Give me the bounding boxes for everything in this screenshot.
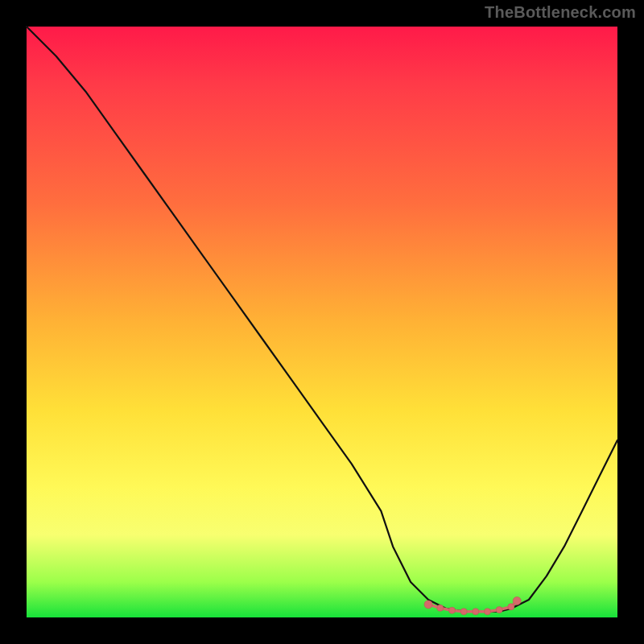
optimal-marker: [460, 609, 467, 615]
chart-frame: TheBottleneck.com: [0, 0, 644, 644]
watermark-text: TheBottleneck.com: [485, 3, 636, 22]
plot-area: [27, 27, 617, 617]
optimal-marker: [508, 604, 514, 610]
optimal-marker: [437, 605, 444, 611]
optimal-marker: [449, 607, 456, 613]
optimal-range-markers: [424, 597, 521, 614]
optimal-marker: [473, 609, 479, 615]
optimal-marker: [485, 609, 491, 615]
optimal-marker: [496, 607, 502, 613]
curve-svg: [27, 27, 617, 617]
bottleneck-curve: [27, 27, 617, 612]
optimal-marker: [513, 597, 521, 605]
optimal-marker: [424, 601, 432, 609]
